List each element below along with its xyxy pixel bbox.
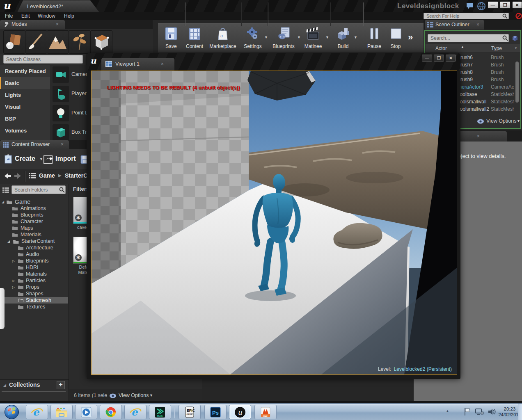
tab-viewport-1[interactable]: Viewport 1 ×: [101, 58, 174, 71]
dropdown-arrow-icon[interactable]: ▼: [149, 393, 153, 397]
view-options-button[interactable]: View Options: [486, 118, 516, 124]
search-folders-input[interactable]: [11, 185, 66, 194]
viewport-3d-scene[interactable]: LIGHTING NEEDS TO BE REBUILT (4 unbuilt …: [91, 71, 457, 375]
menu-file[interactable]: File: [5, 13, 13, 19]
tree-item[interactable]: Textures: [26, 304, 45, 310]
column-type[interactable]: Type: [491, 46, 502, 51]
close-icon[interactable]: ×: [161, 61, 164, 67]
taskbar-epic-button[interactable]: EPIC GAMES: [179, 405, 201, 419]
dropdown-arrow-icon[interactable]: ▼: [297, 35, 301, 39]
stop-button[interactable]: Stop: [386, 25, 405, 50]
matinee-button[interactable]: ▼ Matinee: [301, 25, 325, 50]
blueprints-button[interactable]: ▼ Blueprints: [270, 25, 297, 50]
content-button[interactable]: Content: [184, 25, 205, 50]
tab-scene-outliner[interactable]: Scene Outliner ×: [425, 20, 484, 30]
tree-item[interactable]: Particles: [26, 277, 46, 284]
tree-item-selected[interactable]: Staticmesh: [0, 297, 68, 304]
action-center-flag-icon[interactable]: [464, 408, 471, 416]
taskbar-unreal-button[interactable]: u: [229, 405, 251, 419]
marketplace-button[interactable]: u Marketplace: [206, 25, 239, 50]
restore-button[interactable]: ❐: [500, 1, 511, 9]
dropdown-arrow-icon[interactable]: ▼: [354, 35, 357, 39]
save-button[interactable]: Save: [160, 25, 182, 50]
taskbar-ie2-button[interactable]: e: [124, 405, 147, 419]
close-icon[interactable]: ×: [477, 133, 480, 139]
volume-icon[interactable]: [488, 408, 497, 415]
toolbar-expand-icon[interactable]: »: [408, 32, 413, 43]
tree-item[interactable]: Blueprints: [26, 258, 49, 264]
mode-landscape-button[interactable]: [47, 30, 69, 54]
tree-item[interactable]: Materials: [21, 231, 41, 238]
collapsed-arrow-icon[interactable]: ▷: [12, 284, 15, 291]
tree-item[interactable]: Character: [21, 218, 43, 225]
view-options-button[interactable]: View Options: [119, 393, 149, 398]
expanded-arrow-icon[interactable]: ◢: [2, 199, 4, 205]
tray-expand-icon[interactable]: ▲: [446, 409, 449, 413]
tree-item[interactable]: Architecture: [26, 244, 53, 251]
forward-arrow-icon[interactable]: [14, 173, 21, 179]
taskbar-chrome-button[interactable]: [100, 405, 122, 419]
dropdown-arrow-icon[interactable]: ▼: [325, 35, 329, 39]
build-button[interactable]: ▼ Build: [332, 25, 354, 50]
tree-item[interactable]: Props: [26, 284, 39, 290]
taskbar-ie-button[interactable]: e: [26, 405, 48, 419]
outliner-scrollbar[interactable]: [515, 62, 519, 103]
tree-item[interactable]: Animations: [21, 205, 46, 212]
restore-button[interactable]: ❐: [434, 55, 444, 62]
taskbar-photoshop-button[interactable]: Ps: [204, 405, 227, 419]
breadcrumb-root[interactable]: Game: [39, 172, 55, 179]
feedback-bubble-icon[interactable]: [466, 3, 474, 10]
category-bsp[interactable]: BSP: [0, 113, 50, 125]
category-volumes[interactable]: Volumes: [0, 125, 50, 137]
collapsed-arrow-icon[interactable]: ▷: [12, 278, 15, 284]
tree-item[interactable]: StarterContent: [21, 238, 55, 244]
network-tray-icon[interactable]: [475, 408, 484, 415]
help-search-input[interactable]: [424, 13, 509, 19]
close-icon[interactable]: ×: [61, 142, 64, 147]
mode-place-button[interactable]: [3, 30, 25, 54]
network-globe-icon[interactable]: [477, 2, 486, 11]
outliner-search-input[interactable]: [428, 34, 509, 42]
filter-arrow-icon[interactable]: ▼: [514, 46, 517, 50]
close-icon[interactable]: ×: [56, 21, 59, 27]
close-icon[interactable]: ×: [476, 22, 479, 27]
expanded-arrow-icon[interactable]: ◢: [7, 238, 10, 245]
mode-paint-button[interactable]: [25, 30, 47, 54]
minimize-button[interactable]: —: [488, 1, 498, 9]
menu-help[interactable]: Help: [64, 13, 74, 19]
column-actor[interactable]: Actor: [435, 46, 447, 51]
tree-item[interactable]: Maps: [21, 225, 33, 231]
minimize-button[interactable]: —: [422, 55, 432, 62]
tree-item[interactable]: HDRI: [26, 264, 39, 271]
viewport-window[interactable]: u Viewport 1 × — ❐ ✕: [87, 53, 460, 379]
mode-foliage-button[interactable]: [69, 30, 91, 54]
document-tab[interactable]: Levelblocked2*: [17, 0, 99, 12]
taskbar-wmp-button[interactable]: [75, 405, 97, 419]
start-button[interactable]: [4, 404, 19, 420]
back-arrow-icon[interactable]: [4, 173, 11, 179]
collapse-arrow-icon[interactable]: ◢: [3, 383, 6, 387]
show-desktop-button[interactable]: [518, 404, 522, 420]
menu-edit[interactable]: Edit: [21, 13, 30, 19]
collapsed-arrow-icon[interactable]: ▷: [12, 258, 15, 265]
tree-item[interactable]: Materials: [26, 271, 47, 277]
collapsed-panel-handle[interactable]: [0, 288, 5, 329]
add-actor-icon[interactable]: [511, 35, 519, 42]
dropdown-arrow-icon[interactable]: ▼: [264, 35, 268, 39]
sources-toggle-icon[interactable]: [2, 187, 9, 193]
taskbar-mudbox-button[interactable]: mud: [254, 405, 277, 419]
viewport-window-titlebar[interactable]: u Viewport 1 × — ❐ ✕: [87, 53, 460, 71]
close-button[interactable]: ✕: [512, 1, 522, 9]
pause-button[interactable]: Pause: [364, 25, 385, 50]
tab-content-browser[interactable]: Content Browser ×: [0, 140, 69, 149]
tree-item[interactable]: Shapes: [26, 290, 43, 297]
tree-item[interactable]: Blueprints: [21, 212, 44, 218]
add-collection-button[interactable]: +: [57, 381, 65, 389]
mode-geometry-button[interactable]: [90, 30, 112, 54]
close-button[interactable]: ✕: [446, 55, 456, 62]
dropdown-arrow-icon[interactable]: ▼: [517, 119, 520, 123]
menu-window[interactable]: Window: [38, 13, 55, 19]
tree-item[interactable]: Audio: [26, 251, 39, 258]
tab-modes[interactable]: Modes ×: [0, 20, 65, 29]
taskbar-explorer-button[interactable]: [50, 405, 73, 419]
